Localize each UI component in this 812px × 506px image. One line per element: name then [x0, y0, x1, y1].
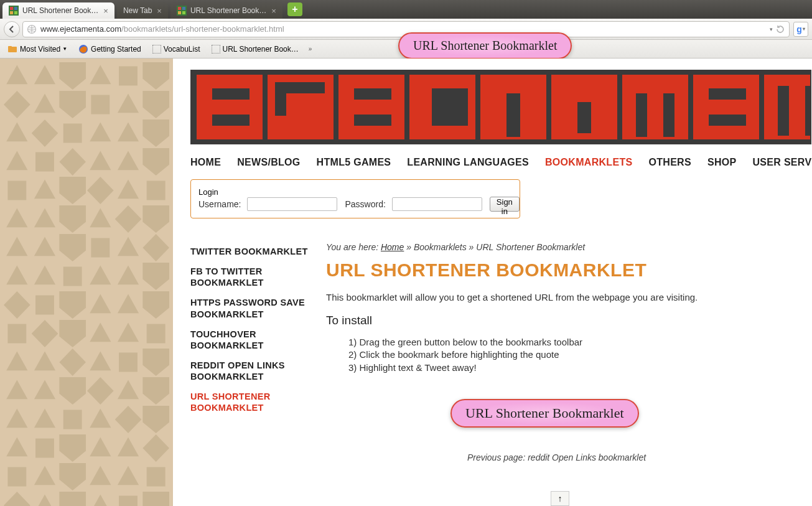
browser-tab-0[interactable]: URL Shortener Book… × [2, 2, 114, 19]
nav-user-services[interactable]: USER SERVICES [752, 157, 812, 168]
bookmarklet-icon [212, 45, 220, 54]
tab-close-icon[interactable]: × [157, 6, 162, 16]
bookmark-vocabulist[interactable]: VocabuList [149, 44, 204, 55]
breadcrumb-current: URL Shortener Bookmarklet [476, 242, 585, 252]
bookmark-most-visited[interactable]: Most Visited ▼ [4, 43, 71, 55]
tab-label: New Tab [123, 6, 152, 15]
main-content: HOME NEWS/BLOG HTML5 GAMES LEARNING LANG… [173, 59, 812, 506]
nav-home[interactable]: HOME [190, 157, 221, 168]
subnav-item: URL SHORTENER BOOKMARKLET [190, 391, 315, 413]
bookmark-label: VocabuList [164, 45, 200, 54]
scroll-to-top-button[interactable]: ↑ [551, 491, 569, 506]
tab-close-icon[interactable]: × [103, 6, 108, 16]
nav-languages[interactable]: LEARNING LANGUAGES [407, 157, 529, 168]
bookmarklet-icon [152, 45, 161, 54]
nav-html5[interactable]: HTML5 GAMES [317, 157, 391, 168]
svg-rect-3 [10, 11, 13, 14]
tab-label: URL Shortener Book… [190, 6, 266, 15]
firefox-icon [78, 44, 88, 54]
primary-nav: HOME NEWS/BLOG HTML5 GAMES LEARNING LANG… [190, 144, 812, 179]
overflow-chevron-icon[interactable]: » [309, 45, 312, 52]
browser-tab-strip: URL Shortener Book… × New Tab × URL Shor… [0, 0, 812, 19]
password-input[interactable] [392, 197, 482, 211]
page-title: URL SHORTENER BOOKMARKLET [326, 260, 787, 281]
bookmark-label: Getting Started [91, 45, 141, 54]
bookmark-url-shortener[interactable]: URL Shortener Book… [208, 44, 302, 55]
svg-rect-2 [14, 7, 17, 10]
tab-label: URL Shortener Book… [22, 6, 98, 15]
signin-button[interactable]: Sign in [490, 197, 520, 212]
bookmarks-toolbar: Most Visited ▼ Getting Started VocabuLis… [0, 40, 812, 59]
install-steps: 1) Drag the green button below to the bo… [348, 336, 787, 374]
subnav-item: REDDIT OPEN LINKS BOOKMARKLET [190, 360, 315, 382]
breadcrumb-mid[interactable]: Bookmarklets [414, 242, 467, 252]
new-tab-button[interactable]: + [287, 2, 302, 16]
username-label: Username: [198, 199, 241, 209]
back-button[interactable] [4, 21, 20, 37]
login-legend: Login [198, 187, 218, 197]
chevron-down-icon: ▼ [62, 46, 67, 52]
previous-page-link[interactable]: Previous page: reddit Open Links bookmar… [326, 452, 787, 462]
decorative-sidebar [0, 59, 173, 506]
subnav-item: FB TO TWITTER BOOKMARKLET [190, 266, 315, 288]
svg-rect-6 [178, 7, 181, 10]
install-step: 1) Drag the green button below to the bo… [348, 336, 787, 349]
bookmark-label: Most Visited [20, 45, 60, 54]
folder-icon [7, 44, 17, 54]
install-step: 2) Click the bookmark before highlightin… [348, 349, 787, 361]
url-dropdown-icon[interactable]: ▾ [770, 26, 773, 32]
install-heading: To install [326, 314, 787, 327]
tab-close-icon[interactable]: × [271, 6, 276, 16]
article: You are here: Home » Bookmarklets » URL … [326, 232, 812, 462]
nav-shop[interactable]: SHOP [707, 157, 737, 168]
svg-rect-12 [8, 46, 12, 48]
search-engine-button[interactable]: g ▾ [793, 22, 808, 37]
secondary-nav: TWITTER BOOKMARKLET FB TO TWITTER BOOKMA… [190, 232, 315, 462]
subnav-item: HTTPS PASSWORD SAVE BOOKMARKLET [190, 297, 315, 319]
bookmark-label: URL Shortener Book… [223, 45, 299, 54]
site-logo[interactable] [190, 70, 811, 144]
page-viewport: HOME NEWS/BLOG HTML5 GAMES LEARNING LANG… [0, 59, 812, 506]
bookmark-getting-started[interactable]: Getting Started [75, 43, 145, 55]
svg-rect-8 [178, 11, 181, 14]
favicon-icon [177, 6, 187, 16]
subnav-item: TOUCHHOVER BOOKMARKLET [190, 329, 315, 351]
nav-news[interactable]: NEWS/BLOG [237, 157, 300, 168]
install-step: 3) Highlight text & Tweet away! [348, 362, 787, 374]
subnav-item: TWITTER BOOKMARKLET [190, 246, 315, 257]
browser-tab-1[interactable]: New Tab × [117, 2, 168, 19]
password-label: Password: [345, 199, 385, 209]
breadcrumb: You are here: Home » Bookmarklets » URL … [326, 242, 787, 252]
dragged-bookmarklet-button[interactable]: URL Shortener Bookmarklet [398, 32, 572, 59]
nav-others[interactable]: OTHERS [648, 157, 691, 168]
svg-rect-1 [10, 7, 13, 10]
tangram-pattern [0, 59, 173, 506]
bookmarklet-label: URL Shortener Bookmarklet [413, 39, 557, 52]
reload-icon[interactable] [775, 24, 785, 34]
bookmarklet-label: URL Shortener Bookmarklet [465, 405, 624, 421]
login-form: Login Username: Password: Sign in [190, 179, 520, 218]
browser-tab-2[interactable]: URL Shortener Book… × [170, 2, 282, 19]
svg-rect-4 [14, 11, 17, 14]
svg-rect-7 [182, 7, 185, 10]
breadcrumb-home[interactable]: Home [381, 242, 404, 252]
svg-rect-9 [182, 11, 185, 14]
url-text: www.ejectamenta.com/bookmarklets/url-sho… [40, 24, 767, 34]
username-input[interactable] [247, 197, 337, 211]
bookmarklet-drag-source[interactable]: URL Shortener Bookmarklet [450, 399, 787, 428]
favicon-icon [9, 6, 19, 16]
intro-text: This bookmarklet will allow you to get a… [326, 292, 787, 302]
globe-icon [27, 24, 37, 34]
nav-bookmarklets[interactable]: BOOKMARKLETS [545, 157, 632, 168]
